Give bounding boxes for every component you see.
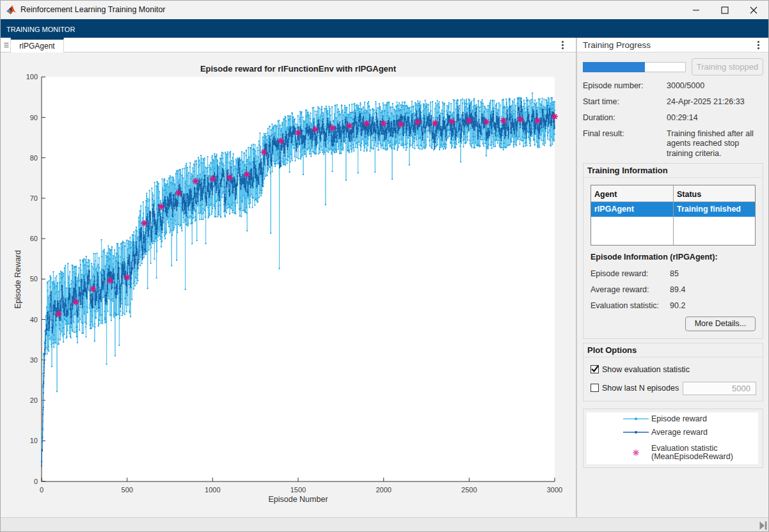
svg-text:70: 70 [30,194,38,202]
svg-text:20: 20 [30,396,38,404]
svg-text:50: 50 [30,275,38,283]
svg-text:1000: 1000 [205,486,220,494]
svg-text:40: 40 [30,316,38,324]
svg-text:Episode Number: Episode Number [268,495,328,504]
svg-text:90: 90 [30,114,38,121]
svg-text:30: 30 [30,356,38,364]
svg-text:60: 60 [30,235,38,242]
svg-text:(MeanEpisodeReward): (MeanEpisodeReward) [651,452,733,461]
svg-text:Episode Reward: Episode Reward [13,250,22,309]
svg-text:80: 80 [30,154,38,162]
svg-text:3000: 3000 [547,486,562,494]
svg-text:2000: 2000 [376,486,391,494]
svg-text:2500: 2500 [461,486,477,494]
svg-text:0: 0 [40,486,44,494]
svg-text:10: 10 [30,437,38,444]
svg-text:Evaluation statistic: Evaluation statistic [651,444,718,453]
svg-text:Episode reward for rlFunctionE: Episode reward for rlFunctionEnv with rl… [200,64,397,74]
svg-text:0: 0 [34,478,38,485]
svg-text:Episode reward: Episode reward [651,414,707,423]
svg-text:Average reward: Average reward [651,428,708,437]
svg-text:1500: 1500 [290,486,306,494]
svg-text:100: 100 [26,73,38,81]
svg-text:500: 500 [122,486,133,494]
